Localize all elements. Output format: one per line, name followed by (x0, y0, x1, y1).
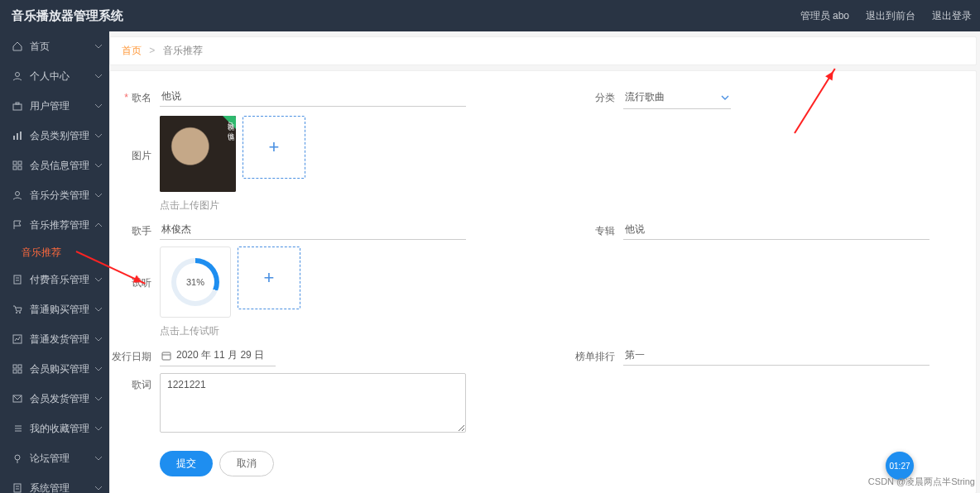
svg-rect-30 (162, 352, 171, 360)
cart-icon (12, 304, 23, 315)
chevron-down-icon (94, 103, 103, 108)
svg-rect-5 (20, 132, 22, 140)
add-audio-button[interactable]: + (238, 247, 300, 309)
singer-input[interactable] (160, 219, 466, 240)
category-select[interactable]: 流行歌曲 (623, 86, 731, 109)
breadcrumb-home[interactable]: 首页 (122, 45, 142, 56)
sidebar-item[interactable]: 音乐推荐管理 (0, 210, 109, 240)
list-icon (12, 423, 23, 434)
sidebar-item-label: 用户管理 (30, 99, 70, 113)
date-picker[interactable]: 2020 年 11 月 29 日 (160, 345, 276, 366)
sidebar-item[interactable]: 我的收藏管理 (0, 414, 109, 443)
sidebar-item-label: 个人中心 (30, 69, 70, 84)
chevron-down-icon (94, 44, 103, 49)
sidebar-item[interactable]: 普通购买管理 (0, 294, 109, 324)
case-icon (12, 100, 23, 112)
sidebar-item[interactable]: 音乐分类管理 (0, 180, 109, 210)
admin-label[interactable]: 管理员 abo (792, 9, 858, 23)
image-label: 图片 (110, 116, 160, 163)
sidebar-sub-item[interactable]: 音乐推荐 (0, 240, 109, 265)
date-label: 发行日期 (110, 345, 160, 364)
svg-rect-20 (18, 370, 22, 373)
chevron-down-icon (94, 277, 103, 282)
song-input[interactable] (160, 86, 466, 107)
sidebar-item[interactable]: 普通发货管理 (0, 324, 109, 354)
svg-rect-2 (16, 103, 19, 104)
cover-text: 她说 / 他说 (225, 117, 234, 129)
doc-icon (12, 482, 23, 493)
rank-label: 榜单排行 (574, 345, 623, 364)
sidebar-item[interactable]: 会员类别管理 (0, 121, 109, 151)
sidebar-item-label: 我的收藏管理 (30, 422, 89, 436)
exit-front-link[interactable]: 退出到前台 (858, 9, 924, 23)
rank-input[interactable] (623, 345, 930, 366)
svg-rect-9 (18, 166, 22, 170)
svg-rect-1 (13, 104, 22, 110)
chevron-down-icon (94, 193, 103, 198)
logout-link[interactable]: 退出登录 (924, 9, 980, 23)
song-label: 歌名 (110, 86, 160, 105)
form-panel: 歌名 分类 流行歌曲 图片 (109, 70, 977, 493)
svg-point-25 (15, 455, 20, 460)
submit-button[interactable]: 提交 (160, 451, 213, 476)
plus-icon: + (264, 267, 275, 289)
svg-rect-17 (13, 365, 17, 368)
sidebar-item[interactable]: 用户管理 (0, 91, 109, 121)
chevron-down-icon (94, 396, 103, 401)
sidebar-item[interactable]: 付费音乐管理 (0, 265, 109, 294)
flag-icon (12, 219, 23, 231)
chevron-down-icon (94, 74, 103, 79)
sidebar-item-label: 会员信息管理 (30, 159, 89, 173)
calendar-icon (161, 351, 171, 361)
top-header: 音乐播放器管理系统 管理员 abo 退出到前台 退出登录 (0, 0, 980, 31)
svg-point-15 (19, 312, 21, 314)
lyric-label: 歌词 (110, 373, 160, 392)
svg-rect-6 (13, 161, 17, 165)
home-icon (12, 41, 23, 52)
sidebar-item[interactable]: 系统管理 (0, 473, 109, 493)
chevron-down-icon (721, 95, 729, 100)
sidebar-item-label: 普通购买管理 (30, 303, 89, 317)
cancel-button[interactable]: 取消 (219, 451, 274, 476)
album-label: 专辑 (574, 219, 623, 238)
category-label: 分类 (574, 86, 623, 105)
breadcrumb: 首页 > 音乐推荐 (109, 36, 977, 65)
chevron-down-icon (94, 133, 103, 138)
breadcrumb-current: 音乐推荐 (163, 45, 203, 56)
sidebar-item[interactable]: 会员发货管理 (0, 384, 109, 414)
svg-rect-27 (14, 484, 21, 492)
album-input[interactable] (623, 219, 930, 240)
app-title: 音乐播放器管理系统 (0, 8, 123, 24)
chart-icon (12, 333, 23, 345)
chevron-down-icon (94, 163, 103, 168)
svg-rect-4 (17, 133, 18, 140)
sidebar-item-label: 论坛管理 (30, 452, 70, 466)
audio-progress[interactable]: 31% (160, 247, 231, 318)
sidebar-item[interactable]: 首页 (0, 31, 109, 61)
date-value: 2020 年 11 月 29 日 (176, 348, 264, 362)
sidebar-item-label: 会员发货管理 (30, 392, 89, 406)
bars-icon (12, 130, 23, 141)
mail-icon (12, 393, 23, 404)
cover-thumbnail[interactable]: 她说 / 他说 (160, 116, 236, 192)
svg-rect-8 (13, 166, 17, 170)
svg-point-0 (16, 73, 20, 77)
breadcrumb-sep: > (149, 45, 155, 56)
main-area: 首页 > 音乐推荐 歌名 分类 流行歌曲 图片 (109, 31, 977, 493)
sidebar-item-label: 会员类别管理 (30, 129, 89, 143)
chevron-down-icon (94, 337, 103, 342)
sidebar-item-label: 会员购买管理 (30, 362, 89, 376)
lyric-textarea[interactable]: 1221221 (160, 373, 466, 433)
svg-point-14 (16, 312, 17, 314)
sidebar-item[interactable]: 会员购买管理 (0, 354, 109, 384)
sidebar-item[interactable]: 会员信息管理 (0, 151, 109, 180)
grid-icon (12, 363, 23, 375)
sidebar-item-label: 系统管理 (30, 481, 70, 494)
chevron-down-icon (94, 426, 103, 431)
chevron-down-icon (94, 456, 103, 461)
sidebar-item[interactable]: 论坛管理 (0, 443, 109, 473)
preview-hint: 点击上传试听 (160, 324, 574, 338)
image-hint: 点击上传图片 (160, 199, 574, 213)
sidebar-item[interactable]: 个人中心 (0, 61, 109, 91)
add-image-button[interactable]: + (243, 116, 305, 179)
